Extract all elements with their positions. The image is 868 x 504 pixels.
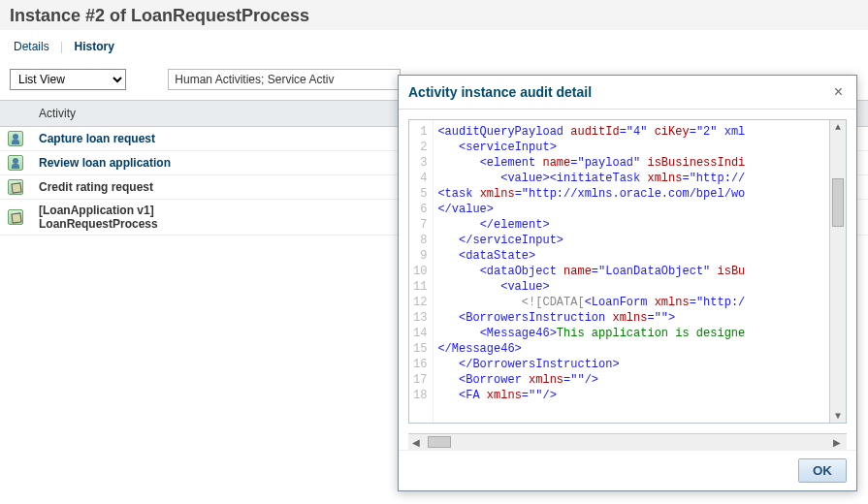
activity-filter-input[interactable] xyxy=(168,69,401,90)
tabs-bar: Details | History xyxy=(0,30,868,65)
activity-name: Credit rating request xyxy=(39,180,153,194)
scroll-up-icon[interactable]: ▲ xyxy=(833,122,843,132)
scroll-thumb-v[interactable] xyxy=(832,178,844,227)
modal-header: Activity instance audit detail × xyxy=(399,76,856,110)
human-activity-icon xyxy=(8,131,23,146)
scroll-down-icon[interactable]: ▼ xyxy=(833,411,843,421)
horizontal-scrollbar[interactable]: ◀ ▶ xyxy=(408,433,847,450)
modal-footer: OK xyxy=(399,450,856,490)
activity-name[interactable]: Review loan application xyxy=(39,156,171,170)
modal-title: Activity instance audit detail xyxy=(408,84,592,100)
service-activity-icon xyxy=(8,209,23,225)
page-title: Instance #2 of LoanRequestProcess xyxy=(0,0,868,30)
view-select[interactable]: List View xyxy=(10,69,126,90)
modal-body: 1 2 3 4 5 6 7 8 9 10 11 12 13 14 15 16 1… xyxy=(399,110,856,433)
tab-separator: | xyxy=(56,40,67,53)
vertical-scrollbar[interactable]: ▲ ▼ xyxy=(829,120,846,423)
code-viewer: 1 2 3 4 5 6 7 8 9 10 11 12 13 14 15 16 1… xyxy=(408,119,847,424)
tab-history[interactable]: History xyxy=(71,38,118,55)
activity-name[interactable]: Capture loan request xyxy=(39,132,155,145)
scroll-left-icon[interactable]: ◀ xyxy=(412,437,422,447)
human-activity-icon xyxy=(8,155,23,171)
service-activity-icon xyxy=(8,179,23,195)
audit-detail-modal: Activity instance audit detail × 1 2 3 4… xyxy=(398,75,857,491)
tab-details[interactable]: Details xyxy=(10,38,53,55)
activity-name: [LoanApplication v1] LoanRequestProcess xyxy=(39,204,158,231)
scroll-right-icon[interactable]: ▶ xyxy=(833,437,843,447)
ok-button[interactable]: OK xyxy=(798,458,847,483)
line-gutter: 1 2 3 4 5 6 7 8 9 10 11 12 13 14 15 16 1… xyxy=(409,120,434,423)
code-content[interactable]: <auditQueryPayload auditId="4" ciKey="2"… xyxy=(434,120,829,423)
scroll-thumb-h[interactable] xyxy=(428,436,451,448)
close-icon[interactable]: × xyxy=(830,83,847,101)
